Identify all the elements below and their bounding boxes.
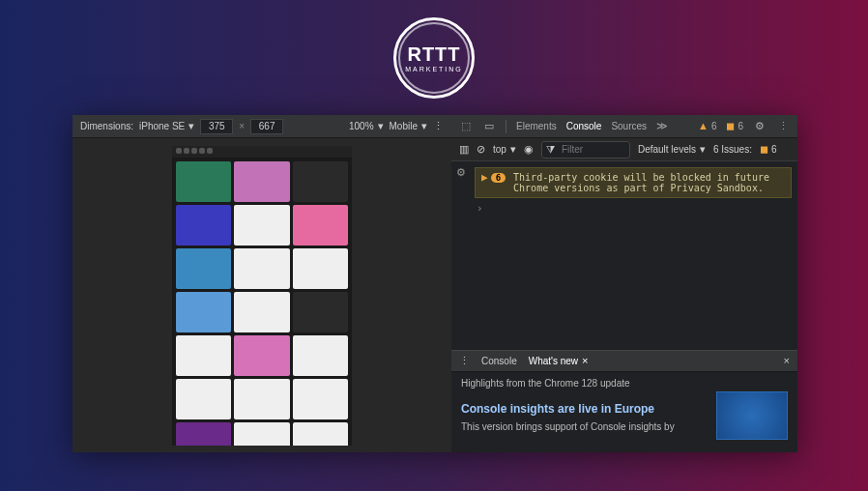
- content-thumbnail[interactable]: [293, 292, 348, 332]
- close-icon[interactable]: ×: [784, 356, 790, 366]
- issues-square-icon: ◼: [726, 121, 735, 131]
- content-thumbnail[interactable]: [176, 161, 231, 202]
- content-thumbnail[interactable]: [176, 335, 231, 376]
- gear-icon[interactable]: ⚙: [753, 120, 767, 133]
- dimensions-label: Dimensions:: [80, 121, 133, 131]
- live-expression-icon[interactable]: ◉: [524, 144, 534, 155]
- device-emulator-pane: Dimensions: iPhone SE ▾ × 100% ▾ Mobile …: [72, 115, 451, 452]
- content-thumbnail[interactable]: [293, 205, 348, 246]
- logo-text-sub: MARKETING: [405, 66, 463, 72]
- warnings-indicator[interactable]: ▲ 6: [698, 121, 716, 131]
- divider: [506, 120, 506, 133]
- device-toolbar: Dimensions: iPhone SE ▾ × 100% ▾ Mobile …: [72, 115, 451, 138]
- play-icon: ▶: [481, 172, 488, 183]
- height-input[interactable]: [250, 119, 283, 134]
- chevron-down-icon: ▾: [510, 144, 516, 155]
- console-toolbar: ▥ ⊘ top ▾ ◉ ⧩ Default levels ▾ 6 Issues:…: [451, 138, 797, 161]
- context-select[interactable]: top ▾: [493, 144, 516, 155]
- drawer-tabbar: ⋮ Console What's new × ×: [451, 351, 797, 372]
- close-icon[interactable]: ×: [582, 356, 588, 366]
- main-tabbar: ⬚ ▭ Elements Console Sources ≫ ▲ 6 ◼ 6 ⚙…: [451, 115, 797, 138]
- drawer-content: Highlights from the Chrome 128 update Co…: [461, 378, 705, 447]
- drawer-tab-whatsnew[interactable]: What's new ×: [529, 356, 589, 366]
- logo-text-main: RTTT: [407, 43, 460, 66]
- issues-count-badge[interactable]: ◼ 6: [760, 144, 777, 155]
- dimension-separator: ×: [239, 121, 245, 131]
- devtools-panels: ⬚ ▭ Elements Console Sources ≫ ▲ 6 ◼ 6 ⚙…: [451, 115, 797, 452]
- warning-message: Third-party cookie will be blocked in fu…: [513, 172, 785, 193]
- zoom-select[interactable]: 100% ▾: [349, 121, 384, 131]
- content-grid[interactable]: [172, 158, 352, 446]
- issues-indicator[interactable]: ◼ 6: [726, 121, 743, 131]
- funnel-icon: ⧩: [546, 144, 555, 155]
- chevron-down-icon: ▾: [188, 121, 194, 131]
- gear-icon[interactable]: ⚙: [456, 167, 466, 178]
- console-output: ▶ 6 Third-party cookie will be blocked i…: [451, 161, 797, 350]
- issues-label: 6 Issues:: [713, 144, 752, 155]
- more-tabs-button[interactable]: ≫: [656, 121, 668, 131]
- content-thumbnail[interactable]: [293, 248, 348, 289]
- log-levels-select[interactable]: Default levels ▾: [638, 144, 706, 155]
- device-select[interactable]: iPhone SE ▾: [139, 121, 194, 131]
- content-thumbnail[interactable]: [234, 379, 289, 419]
- throttle-select[interactable]: Mobile ▾: [390, 121, 427, 131]
- content-thumbnail[interactable]: [176, 379, 231, 419]
- content-thumbnail[interactable]: [176, 248, 231, 289]
- drawer-insight-body: This version brings support of Console i…: [461, 421, 705, 432]
- content-thumbnail[interactable]: [234, 335, 289, 376]
- content-thumbnail[interactable]: [176, 292, 231, 332]
- brand-logo: RTTT MARKETING: [0, 0, 868, 99]
- content-thumbnail[interactable]: [234, 248, 289, 289]
- sidebar-toggle-icon[interactable]: ▥: [459, 144, 469, 155]
- warning-triangle-icon: ▲: [698, 121, 709, 131]
- content-thumbnail[interactable]: [176, 422, 231, 446]
- chevron-down-icon: ▾: [421, 121, 427, 131]
- kebab-menu-icon[interactable]: ⋮: [433, 121, 444, 131]
- clear-console-icon[interactable]: ⊘: [477, 144, 485, 155]
- tab-elements[interactable]: Elements: [516, 121, 557, 131]
- content-thumbnail[interactable]: [234, 422, 289, 446]
- content-thumbnail[interactable]: [293, 422, 348, 446]
- warning-count-badge: 6: [491, 173, 506, 183]
- device-toggle-icon[interactable]: ▭: [482, 120, 496, 133]
- width-input[interactable]: [200, 119, 233, 134]
- tab-console[interactable]: Console: [566, 121, 602, 131]
- drawer-tab-console[interactable]: Console: [481, 356, 517, 366]
- console-warning-row[interactable]: ▶ 6 Third-party cookie will be blocked i…: [475, 167, 792, 198]
- drawer-insight-title: Console insights are live in Europe: [461, 402, 705, 416]
- content-thumbnail[interactable]: [293, 379, 348, 419]
- console-prompt[interactable]: ›: [475, 198, 792, 218]
- emulated-screen[interactable]: [172, 146, 352, 446]
- kebab-menu-icon[interactable]: ⋮: [776, 120, 790, 133]
- content-thumbnail[interactable]: [293, 161, 348, 202]
- devtools-window: Dimensions: iPhone SE ▾ × 100% ▾ Mobile …: [72, 115, 797, 452]
- chevron-down-icon: ▾: [378, 121, 384, 131]
- content-thumbnail[interactable]: [234, 292, 289, 332]
- content-thumbnail[interactable]: [293, 335, 348, 376]
- content-thumbnail[interactable]: [176, 205, 231, 246]
- issues-square-icon: ◼: [760, 144, 768, 155]
- chevron-down-icon: ▾: [700, 144, 706, 155]
- device-viewport: [72, 138, 451, 452]
- console-sidebar-strip: ⚙: [451, 161, 471, 452]
- filter-input[interactable]: [558, 142, 625, 158]
- drawer-preview-image: [716, 391, 788, 440]
- emulated-tabbar: [172, 146, 352, 158]
- content-thumbnail[interactable]: [234, 161, 289, 202]
- drawer-highlight: Highlights from the Chrome 128 update: [461, 378, 705, 389]
- content-thumbnail[interactable]: [234, 205, 289, 246]
- drawer: ⋮ Console What's new × × Highlights from…: [451, 350, 797, 452]
- inspect-element-icon[interactable]: ⬚: [459, 120, 473, 133]
- tab-sources[interactable]: Sources: [611, 121, 647, 131]
